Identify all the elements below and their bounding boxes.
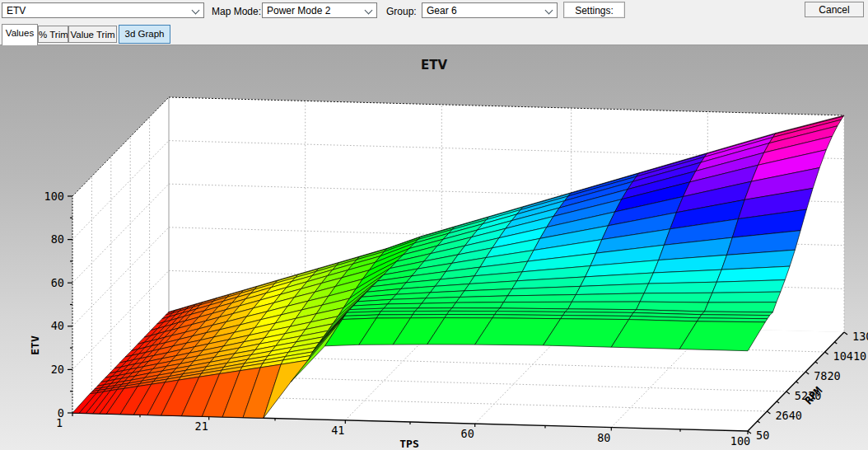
- chevron-down-icon: [192, 7, 200, 15]
- map-mode-select[interactable]: Power Mode 2: [262, 2, 377, 18]
- svg-text:41: 41: [331, 424, 344, 437]
- svg-text:80: 80: [597, 431, 610, 444]
- svg-text:ETV: ETV: [29, 335, 41, 355]
- chevron-down-icon: [365, 7, 373, 15]
- svg-text:60: 60: [461, 427, 474, 440]
- svg-text:RPM: RPM: [802, 384, 824, 407]
- svg-text:TPS: TPS: [399, 438, 419, 450]
- settings-button[interactable]: Settings:: [563, 2, 625, 18]
- tab-value-trim-label: Value Trim: [70, 30, 114, 40]
- svg-text:1: 1: [56, 416, 63, 429]
- settings-button-label: Settings:: [565, 3, 623, 16]
- group-select-value: Gear 6: [427, 5, 457, 16]
- channel-select[interactable]: ETV: [2, 2, 204, 18]
- tab-percent-trim-label: % Trim: [39, 30, 68, 40]
- group-label: Group:: [386, 6, 417, 17]
- svg-text:7820: 7820: [814, 369, 841, 382]
- svg-text:2640: 2640: [775, 409, 802, 422]
- svg-text:50: 50: [756, 429, 769, 442]
- svg-text:100: 100: [44, 190, 64, 203]
- svg-text:80: 80: [51, 232, 64, 246]
- svg-text:40: 40: [51, 319, 64, 332]
- 3d-surface-chart-panel: 0204060801001214160801005026405230782010…: [0, 45, 868, 450]
- svg-text:60: 60: [51, 276, 64, 289]
- svg-text:13000: 13000: [852, 330, 868, 343]
- tab-values[interactable]: Values: [2, 24, 38, 45]
- chevron-down-icon: [545, 7, 553, 15]
- svg-text:20: 20: [51, 363, 64, 376]
- tab-values-label: Values: [6, 28, 34, 38]
- svg-text:ETV: ETV: [421, 58, 447, 73]
- 3d-surface-chart[interactable]: 0204060801001214160801005026405230782010…: [0, 45, 868, 450]
- map-mode-label: Map Mode:: [212, 6, 261, 17]
- tab-3d-graph[interactable]: 3d Graph: [119, 25, 170, 44]
- map-mode-select-value: Power Mode 2: [267, 5, 330, 16]
- svg-text:10410: 10410: [833, 349, 867, 363]
- tab-3d-graph-label: 3d Graph: [125, 29, 165, 39]
- svg-text:21: 21: [195, 420, 208, 433]
- channel-select-value: ETV: [7, 5, 26, 16]
- tab-percent-trim[interactable]: % Trim: [38, 26, 68, 43]
- cancel-button[interactable]: Cancel: [805, 2, 864, 17]
- cancel-button-label: Cancel: [819, 4, 849, 16]
- group-select[interactable]: Gear 6: [422, 2, 558, 18]
- svg-text:100: 100: [730, 434, 750, 448]
- tab-value-trim[interactable]: Value Trim: [68, 26, 117, 43]
